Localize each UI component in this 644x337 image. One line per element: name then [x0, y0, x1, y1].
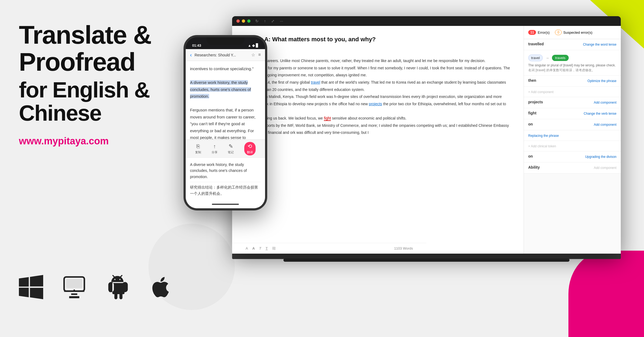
word-travelled: travelled — [528, 42, 544, 46]
sidebar-item-clinical: + Add clinical token — [524, 141, 621, 151]
action-replace[interactable]: Replacing the phrase — [528, 134, 559, 138]
translation-zh: 研究得出结论：多样化的工作经历会损害一个人的晋升机会。 — [190, 182, 261, 196]
essay-paragraph-5: or CAMCE in Malindi, Kenya. Though field… — [246, 93, 510, 115]
action-on2[interactable]: Upgrading the divison — [585, 155, 616, 159]
sidebar-item-replace: Replacing the phrase — [524, 130, 621, 141]
action-on1[interactable]: Add component — [594, 123, 616, 127]
editor-area[interactable]: Essay A: What matters most to you, and w… — [232, 26, 524, 254]
link-icon: ⛓ — [272, 245, 276, 251]
highlighted-paragraph: A diverse work history, the study conclu… — [190, 80, 251, 98]
phone-nav-bar: ‹ Researchers: Should Y... ☆ ≡ — [186, 49, 265, 61]
essay-text: most to me. demanding careers. Unlike mo… — [246, 50, 510, 136]
travel-description: The singular or plural of [travel] may b… — [528, 63, 616, 73]
article-highlighted: A diverse work history, the study conclu… — [190, 79, 261, 100]
right-sidebar: 11 Error(s) 0 Suspected error(s) travell… — [524, 26, 621, 254]
translate-label: 翻译 — [247, 150, 253, 154]
sidebar-item-on2: on Upgrading the divison — [524, 151, 621, 162]
add-clinical-token[interactable]: + Add clinical token — [528, 144, 556, 148]
word-then: then — [528, 78, 536, 83]
home-indicator — [212, 204, 239, 205]
article-text-2: Ferguson mentions that, if a person move… — [190, 107, 261, 139]
word-fight: fight — [528, 111, 536, 115]
bookmark-icon[interactable]: ☆ — [251, 52, 255, 57]
error-badge: 11 — [528, 30, 536, 35]
phone-toolbar-share[interactable]: ↑ 分享 — [212, 143, 218, 154]
desktop-base — [283, 258, 570, 262]
phone-content-area: ‹ Researchers: Should Y... ☆ ≡ incentive… — [186, 49, 265, 208]
subtitle-line2: Chinese — [19, 101, 101, 125]
note-icon: ✎ — [229, 143, 233, 149]
share-icon[interactable]: ↑ — [264, 19, 266, 23]
android-platform-icon — [105, 275, 130, 299]
svg-point-4 — [73, 290, 75, 291]
italic-icon: T — [259, 245, 261, 251]
translate-icon: ⟲ — [248, 143, 252, 149]
title-line2: Proofread — [19, 47, 135, 76]
phone-time: 01:43 — [192, 43, 201, 47]
pink-circle-decoration — [568, 251, 644, 337]
arrow-icon: → — [545, 56, 549, 60]
error-label: Error(s) — [538, 30, 550, 35]
sidebar-item-projects: projects Add component — [524, 97, 621, 108]
phone-back-button[interactable]: ‹ — [190, 52, 192, 58]
travel-description-zh: 名词 [travel] 的单复数可能有误，请考虑修改。 — [528, 68, 595, 72]
website-url[interactable]: www.mypitaya.com — [19, 135, 181, 147]
travel-word-highlight: travel — [311, 80, 320, 84]
suspected-label: Suspected error(s) — [563, 30, 592, 35]
essay-paragraph-6: gs were holding us back. We lacked focus… — [246, 115, 510, 122]
fight-word-highlight: fight — [324, 116, 331, 121]
desktop-titlebar: ↻ ↑ ⤢ ··· — [232, 16, 621, 26]
action-travelled[interactable]: Change the word tense — [583, 43, 616, 46]
suggestion-travel-new[interactable]: travels — [552, 55, 569, 61]
add-component-1[interactable]: + Add component — [528, 90, 554, 94]
projects-word-highlight: projects — [369, 102, 382, 106]
action-then[interactable]: Optimize the phrase — [588, 79, 616, 83]
subtitle: for English & Chinese — [19, 78, 181, 125]
more-icon[interactable]: ··· — [280, 19, 283, 23]
phone-mockup: 01:43 ▲ ◆ ▊ ‹ Researchers: Should Y... ☆… — [184, 35, 267, 210]
mac-platform-icon — [62, 275, 86, 299]
phone-toolbar-note[interactable]: ✎ 笔记 — [228, 143, 234, 154]
copy-label: 复制 — [195, 150, 201, 154]
essay-paragraph-2: demanding careers. Unlike most Chinese p… — [246, 57, 510, 64]
left-content-section: Translate & Proofread for English & Chin… — [19, 22, 181, 147]
editor-footer: A A T T ⛓ 1103 Words — [232, 243, 426, 254]
phone-translation-area: A diverse work history, the study conclu… — [186, 158, 265, 200]
action-fight[interactable]: Change the verb tense — [584, 112, 616, 115]
phone-toolbar: ⎘ 复制 ↑ 分享 ✎ 笔记 ⟲ 翻译 — [186, 139, 265, 158]
desktop-content: Essay A: What matters most to you, and w… — [232, 26, 621, 254]
windows-platform-icon — [19, 275, 43, 299]
main-title: Translate & Proofread — [19, 22, 181, 76]
title-line1: Translate & — [19, 21, 151, 49]
word-count: 1103 Words — [394, 245, 413, 251]
sidebar-item-ability: Ability Add component — [524, 162, 621, 173]
sidebar-item-on1: on Add component — [524, 119, 621, 130]
sidebar-item-travelled: travelled Change the word tense — [524, 39, 621, 50]
bold-icon: A — [252, 245, 255, 251]
phone-nav-title: Researchers: Should Y... — [195, 53, 249, 57]
phone-home-bar — [186, 200, 265, 208]
article-text-1: incentives to continue specializing." — [190, 65, 261, 72]
suspected-count-section: 0 Suspected error(s) — [555, 30, 592, 35]
word-projects: projects — [528, 100, 543, 104]
svg-rect-5 — [66, 279, 82, 288]
menu-icon[interactable]: ≡ — [258, 52, 261, 57]
close-button[interactable] — [236, 19, 240, 23]
action-projects[interactable]: Add component — [594, 101, 616, 104]
essay-paragraph-3: ad of waiting for my parents or someone … — [246, 64, 510, 79]
maximize-button[interactable] — [247, 19, 250, 23]
font-size-icon: A — [246, 245, 248, 251]
phone-notch — [206, 37, 244, 45]
copy-icon: ⎘ — [196, 143, 200, 149]
phone-toolbar-copy[interactable]: ⎘ 复制 — [195, 143, 201, 154]
expand-icon[interactable]: ⤢ — [271, 19, 274, 23]
word-on1: on — [528, 122, 533, 126]
apple-platform-icon — [148, 275, 173, 299]
minimize-button[interactable] — [242, 19, 245, 23]
refresh-icon[interactable]: ↻ — [255, 19, 259, 23]
platform-icons-section — [19, 275, 173, 299]
phone-article-content: incentives to continue specializing." A … — [186, 61, 265, 139]
phone-toolbar-translate[interactable]: ⟲ 翻译 — [244, 142, 256, 155]
subtitle-line1: for English & — [19, 77, 150, 102]
action-ability[interactable]: Add component — [594, 166, 616, 170]
